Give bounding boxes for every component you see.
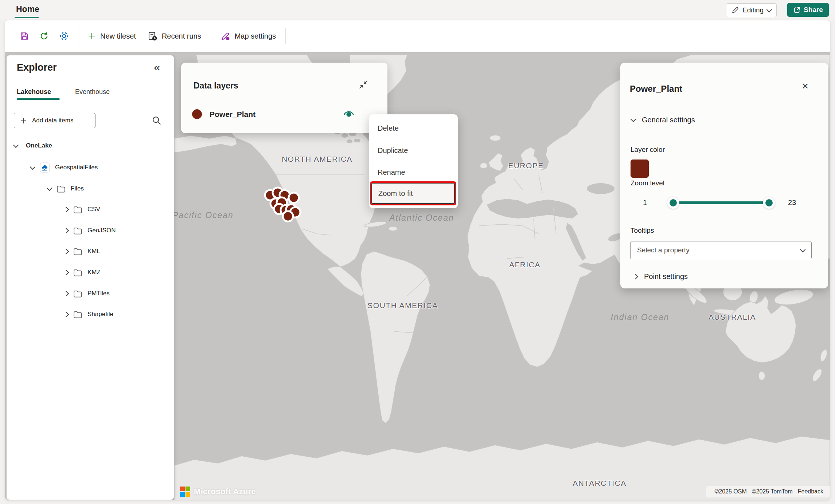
tree-item-geospatialfiles[interactable]: GeospatialFiles (31, 160, 98, 175)
chevron-down-icon (766, 7, 772, 12)
folder-icon (73, 311, 82, 318)
chevron-right-icon[interactable] (63, 269, 69, 275)
add-data-items-label: Add data items (32, 117, 73, 124)
plus-icon (88, 32, 96, 40)
recent-runs-button[interactable]: Recent runs (148, 31, 201, 41)
tab-lakehouse[interactable]: Lakehouse (17, 88, 51, 96)
tooltips-dropdown-value: Select a property (637, 246, 690, 254)
tab-home[interactable]: Home (16, 4, 39, 14)
menu-item-rename[interactable]: Rename (369, 162, 458, 182)
map-label-north-america: NORTH AMERICA (282, 155, 352, 164)
gear-icon (59, 31, 69, 41)
chevron-right-icon[interactable] (63, 206, 69, 212)
general-settings-section[interactable]: General settings (631, 116, 695, 124)
layer-color-swatch[interactable] (631, 160, 649, 178)
tree-item-kmz[interactable]: KMZ (64, 265, 101, 280)
chevron-right-icon (633, 274, 639, 280)
tree-item-pmtiles[interactable]: PMTiles (64, 286, 110, 301)
chevron-down-icon[interactable] (30, 164, 36, 170)
tooltips-dropdown[interactable]: Select a property (630, 241, 812, 259)
toolbar: New tileset Recent runs Map settings (5, 20, 830, 52)
app-window: Home Editing Share (0, 0, 835, 504)
map-settings-label: Map settings (235, 32, 276, 40)
menu-item-zoom-to-fit[interactable]: Zoom to fit (371, 183, 455, 204)
map-label-europe: EUROPE (508, 161, 544, 170)
tree-item-label: Files (71, 185, 84, 192)
editing-mode-button[interactable]: Editing (726, 3, 777, 17)
tree-item-files[interactable]: Files (47, 181, 84, 196)
new-tileset-button[interactable]: New tileset (88, 32, 136, 40)
explorer-panel: Explorer « Lakehouse Eventhouse Add data… (7, 55, 174, 500)
map-label-pacific-ocean: Pacific Ocean (172, 210, 234, 220)
add-data-items-button[interactable]: Add data items (14, 113, 95, 128)
collapse-sidebar-icon[interactable]: « (154, 60, 160, 74)
layer-visibility-eye-icon[interactable] (343, 109, 355, 118)
editing-label: Editing (742, 6, 764, 14)
share-label: Share (804, 6, 823, 14)
zoom-level-slider[interactable]: 1 23 (620, 197, 828, 209)
close-icon[interactable]: ✕ (800, 81, 811, 92)
map-label-antarctica: ANTARCTICA (573, 479, 627, 488)
chevron-right-icon[interactable] (63, 228, 69, 233)
slider-track[interactable] (673, 201, 769, 204)
slider-handle-min[interactable] (667, 197, 679, 209)
chevron-down-icon (631, 117, 636, 122)
map-settings-button[interactable]: Map settings (221, 31, 276, 41)
map-label-australia: AUSTRALIA (709, 313, 756, 322)
main-card: New tileset Recent runs Map settings (5, 20, 830, 500)
share-icon (793, 6, 801, 14)
folder-icon (73, 290, 82, 298)
feedback-link[interactable]: Feedback (798, 488, 823, 495)
search-icon[interactable] (152, 115, 162, 126)
tree-item-label: Shapefile (87, 311, 113, 318)
chevron-down-icon[interactable] (47, 185, 52, 191)
new-tileset-label: New tileset (100, 32, 136, 40)
recent-runs-label: Recent runs (162, 32, 201, 40)
toolbar-divider (285, 28, 286, 44)
tree-item-onelake[interactable]: OneLake (14, 138, 52, 153)
chevron-right-icon[interactable] (63, 311, 69, 317)
point-settings-label: Point settings (644, 272, 688, 281)
zoom-level-label: Zoom level (631, 179, 664, 187)
settings-button[interactable] (59, 31, 69, 41)
folder-icon (73, 206, 82, 213)
data-layers-title: Data layers (194, 81, 238, 91)
menu-item-delete[interactable]: Delete (369, 118, 458, 138)
slider-handle-max[interactable] (763, 197, 775, 209)
tree-item-csv[interactable]: CSV (64, 202, 100, 217)
azure-logo-text: Microsoft Azure (194, 487, 256, 496)
folder-icon (73, 227, 82, 235)
tree-item-geojson[interactable]: GeoJSON (64, 223, 116, 238)
tomtom-copyright: ©2025 TomTom (752, 488, 793, 495)
settings-panel-title: Power_Plant (630, 84, 682, 94)
chevron-right-icon[interactable] (63, 291, 69, 296)
clipboard-clock-icon (148, 31, 157, 41)
chevron-right-icon[interactable] (63, 248, 69, 254)
tree-item-kml[interactable]: KML (64, 244, 100, 259)
refresh-button[interactable] (39, 31, 49, 41)
refresh-icon (39, 31, 49, 41)
point-settings-section[interactable]: Point settings (633, 272, 688, 281)
toolbar-divider (211, 28, 211, 44)
share-button[interactable]: Share (787, 3, 829, 17)
tree-item-shapefile[interactable]: Shapefile (64, 307, 113, 322)
tab-eventhouse[interactable]: Eventhouse (75, 88, 110, 96)
explorer-title: Explorer (17, 62, 57, 73)
folder-icon (73, 269, 82, 276)
collapse-panel-icon[interactable] (358, 79, 368, 90)
chevron-down-icon[interactable] (13, 142, 19, 148)
tree-item-label: GeospatialFiles (55, 164, 98, 171)
save-button[interactable] (20, 31, 29, 41)
zoom-min-value: 1 (643, 198, 647, 207)
map-label-indian-ocean: Indian Ocean (611, 312, 670, 322)
layer-color-dot (192, 109, 202, 119)
layer-name[interactable]: Power_Plant (210, 110, 255, 119)
layer-color-label: Layer color (631, 146, 665, 154)
layer-settings-panel: Power_Plant ✕ General settings Layer col… (620, 63, 828, 288)
map-settings-icon (221, 31, 230, 41)
tree-item-label: GeoJSON (87, 227, 116, 234)
menu-item-duplicate[interactable]: Duplicate (369, 140, 458, 161)
general-settings-label: General settings (642, 116, 695, 124)
folder-icon (56, 185, 66, 193)
tree-item-label: CSV (87, 206, 100, 213)
